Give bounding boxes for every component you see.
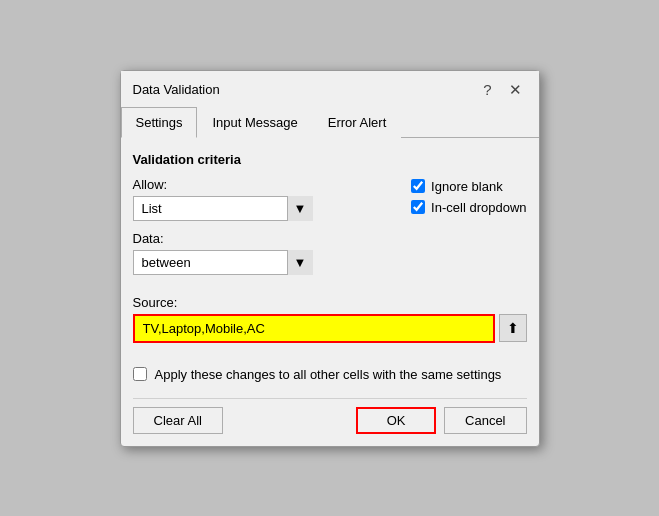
source-upload-button[interactable]: ⬆: [499, 314, 527, 342]
in-cell-dropdown-checkbox[interactable]: [411, 200, 425, 214]
tab-error-alert[interactable]: Error Alert: [313, 107, 402, 138]
allow-col: Allow: List Any value Whole number Decim…: [133, 177, 396, 285]
apply-checkbox[interactable]: [133, 367, 147, 381]
tab-bar: Settings Input Message Error Alert: [121, 107, 539, 138]
apply-row: Apply these changes to all other cells w…: [133, 367, 527, 382]
ignore-blank-checkbox-row[interactable]: Ignore blank: [411, 179, 526, 194]
data-select-wrapper: between not between equal to not equal t…: [133, 250, 313, 275]
section-title: Validation criteria: [133, 152, 527, 167]
source-field: Source: ⬆: [133, 295, 527, 343]
dialog-body: Validation criteria Allow: List Any valu…: [121, 152, 539, 446]
ignore-blank-label: Ignore blank: [431, 179, 503, 194]
data-validation-dialog: Data Validation ? ✕ Settings Input Messa…: [120, 70, 540, 447]
source-input-row: ⬆: [133, 314, 527, 343]
ignore-blank-checkbox[interactable]: [411, 179, 425, 193]
ok-cancel-group: OK Cancel: [356, 407, 526, 434]
source-input[interactable]: [133, 314, 495, 343]
data-field: Data: between not between equal to not e…: [133, 231, 396, 275]
tab-input-message[interactable]: Input Message: [197, 107, 312, 138]
allow-select[interactable]: List Any value Whole number Decimal Date…: [133, 196, 313, 221]
in-cell-dropdown-label: In-cell dropdown: [431, 200, 526, 215]
close-button[interactable]: ✕: [505, 79, 527, 101]
allow-field: Allow: List Any value Whole number Decim…: [133, 177, 396, 221]
dialog-title: Data Validation: [133, 82, 220, 97]
title-actions: ? ✕: [477, 79, 527, 101]
ok-button[interactable]: OK: [356, 407, 436, 434]
allow-select-wrapper: List Any value Whole number Decimal Date…: [133, 196, 313, 221]
help-button[interactable]: ?: [477, 79, 499, 101]
data-label: Data:: [133, 231, 396, 246]
source-label: Source:: [133, 295, 527, 310]
allow-label: Allow:: [133, 177, 396, 192]
clear-all-button[interactable]: Clear All: [133, 407, 223, 434]
title-bar: Data Validation ? ✕: [121, 71, 539, 107]
button-row: Clear All OK Cancel: [133, 398, 527, 434]
allow-row: Allow: List Any value Whole number Decim…: [133, 177, 527, 285]
checkbox-col: Ignore blank In-cell dropdown: [411, 177, 526, 215]
data-select[interactable]: between not between equal to not equal t…: [133, 250, 313, 275]
apply-label: Apply these changes to all other cells w…: [155, 367, 502, 382]
tab-settings[interactable]: Settings: [121, 107, 198, 138]
cancel-button[interactable]: Cancel: [444, 407, 526, 434]
in-cell-dropdown-checkbox-row[interactable]: In-cell dropdown: [411, 200, 526, 215]
